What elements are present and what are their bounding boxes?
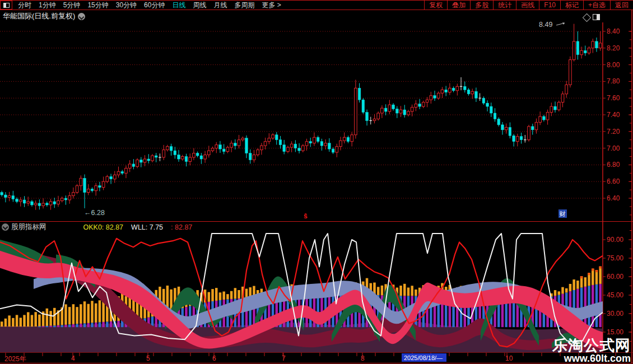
app-window: 分时1分钟5分钟15分钟30分钟60分钟日线周线月线多周期更多 > 复权叠加多股… bbox=[0, 0, 633, 364]
timeline-month-label-0: 4 bbox=[71, 354, 75, 362]
main-chart-canvas[interactable]: 8.408.208.007.807.607.407.207.006.806.60… bbox=[0, 0, 633, 364]
page-title: 华能国际(日线.前复权) bbox=[3, 11, 75, 21]
timeline-month-label-2: 6 bbox=[212, 354, 216, 362]
main-axis-label-4: 7.60 bbox=[607, 94, 620, 102]
indicator-header: 股朋指标网 OKK0: 82.87WLL: 7.75: 82.87 bbox=[0, 222, 200, 231]
toolbar-period-item-7[interactable]: 周线 bbox=[193, 1, 206, 10]
indicator-axis-label-5: 15.00 bbox=[607, 328, 623, 336]
timeline-bar: 2025年45678102025/08/18/— bbox=[0, 353, 633, 363]
indicator-axis-label-1: 75.00 bbox=[607, 254, 623, 262]
top-toolbar: 分时1分钟5分钟15分钟30分钟60分钟日线周线月线多周期更多 > 复权叠加多股… bbox=[0, 0, 633, 10]
toolbar-left: 分时1分钟5分钟15分钟30分钟60分钟日线周线月线多周期更多 > bbox=[15, 1, 281, 10]
watermark-site-name: 乐淘公式网 bbox=[552, 338, 631, 353]
timeline-year-label: 2025年 bbox=[4, 354, 26, 364]
toolbar-period-item-9[interactable]: 多周期 bbox=[234, 1, 254, 10]
toolbar-action-item-0[interactable]: 复权 bbox=[424, 1, 447, 10]
toolbar-action-item-5[interactable]: F10 bbox=[539, 1, 560, 10]
news-badge[interactable]: 财 bbox=[560, 211, 566, 217]
panel-split-icon[interactable] bbox=[593, 14, 600, 20]
main-axis-label-8: 6.80 bbox=[607, 161, 620, 169]
indicator-values: OKK0: 82.87WLL: 7.75: 82.87 bbox=[83, 222, 201, 232]
timeline-selected-date[interactable]: 2025/08/18/— bbox=[402, 353, 446, 362]
toolbar-right: 复权叠加多股统计画线F10标记+自选返回 bbox=[424, 1, 633, 10]
toolbar-action-item-2[interactable]: 多股 bbox=[470, 1, 493, 10]
toolbar-period-item-0[interactable]: 分时 bbox=[18, 1, 31, 10]
indicator-axis-label-4: 30.00 bbox=[607, 310, 623, 318]
toolbar-period-item-6[interactable]: 日线 bbox=[172, 1, 185, 10]
watermark-url: www.60lt.com bbox=[552, 353, 631, 364]
low-price-annotation: ←6.28 bbox=[84, 209, 105, 217]
watermark: 乐淘公式网 www.60lt.com bbox=[552, 338, 631, 364]
chart-title-row: 华能国际(日线.前复权) bbox=[3, 11, 85, 21]
main-axis-label-3: 7.80 bbox=[607, 77, 620, 85]
toolbar-action-item-4[interactable]: 画线 bbox=[516, 1, 539, 10]
toolbar-action-item-8[interactable]: 返回 bbox=[610, 1, 633, 10]
toolbar-action-item-7[interactable]: +自选 bbox=[583, 1, 610, 10]
toolbar-period-item-4[interactable]: 30分钟 bbox=[116, 1, 137, 10]
high-price-annotation: 8.49 bbox=[539, 21, 552, 29]
dividend-marker[interactable]: ŝ bbox=[304, 212, 308, 220]
toolbar-action-item-6[interactable]: 标记 bbox=[560, 1, 583, 10]
indicator-value-label-1: WLL: 7.75 bbox=[131, 223, 163, 231]
indicator-axis-label-2: 60.00 bbox=[607, 273, 623, 281]
timeline-month-label-4: 8 bbox=[361, 354, 365, 362]
toolbar-period-item-8[interactable]: 月线 bbox=[213, 1, 227, 10]
candlestick-series bbox=[1, 24, 602, 210]
layout-toggle-button[interactable] bbox=[0, 1, 12, 10]
timeline-month-label-3: 7 bbox=[282, 354, 286, 362]
timeline-month-label-1: 5 bbox=[146, 354, 150, 362]
indicator-name: 股朋指标网 bbox=[11, 222, 46, 232]
chevron-down-icon[interactable] bbox=[78, 13, 85, 20]
main-axis-label-0: 8.40 bbox=[607, 27, 620, 35]
toolbar-period-item-1[interactable]: 1分钟 bbox=[39, 1, 56, 10]
indicator-axis-label-0: 90.00 bbox=[607, 236, 623, 244]
main-annotations: 8.49←6.28ŝ财 bbox=[84, 21, 567, 220]
main-axis-label-2: 8.00 bbox=[607, 61, 620, 69]
indicator-value-label-2: : 82.87 bbox=[171, 223, 192, 231]
indicator-collapse-icon[interactable] bbox=[2, 223, 9, 231]
toolbar-period-item-10[interactable]: 更多 > bbox=[262, 1, 281, 10]
main-axis-label-7: 7.00 bbox=[607, 144, 620, 152]
main-axis-label-10: 6.40 bbox=[607, 194, 620, 202]
indicator-axis-label-3: 45.00 bbox=[607, 291, 623, 299]
main-axis-label-9: 6.60 bbox=[607, 178, 620, 185]
toolbar-action-item-1[interactable]: 叠加 bbox=[447, 1, 470, 10]
indicator-panel bbox=[0, 234, 603, 352]
toolbar-action-item-3[interactable]: 统计 bbox=[493, 1, 516, 10]
indicator-value-label-0: OKK0: 82.87 bbox=[83, 223, 124, 231]
split-window-icon bbox=[3, 3, 10, 8]
toolbar-period-item-5[interactable]: 60分钟 bbox=[144, 1, 165, 10]
main-axis-label-1: 8.20 bbox=[607, 44, 620, 52]
toolbar-period-item-2[interactable]: 5分钟 bbox=[63, 1, 81, 10]
toolbar-period-item-3[interactable]: 15分钟 bbox=[87, 1, 108, 10]
timeline-month-label-5: 10 bbox=[505, 354, 513, 362]
main-axis-label-5: 7.40 bbox=[607, 111, 620, 119]
main-axis-label-6: 7.20 bbox=[607, 128, 620, 136]
